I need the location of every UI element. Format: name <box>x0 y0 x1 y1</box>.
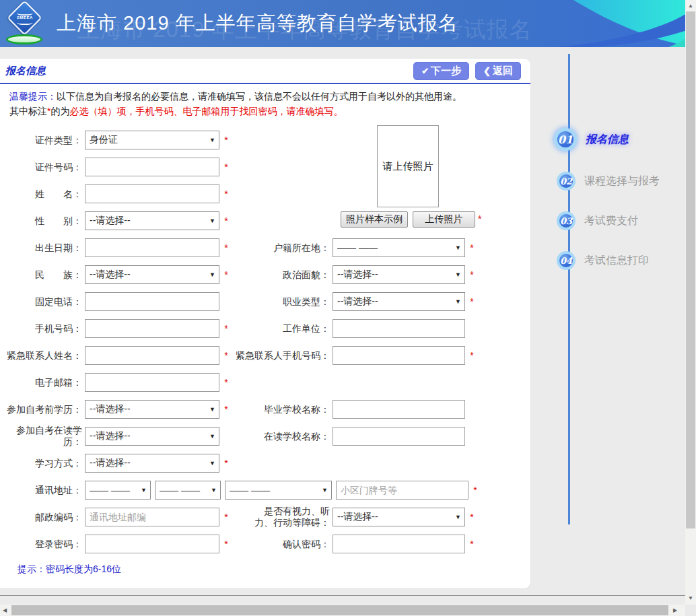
address-province-select[interactable]: —— —— ▼ <box>85 481 151 500</box>
politics-select[interactable]: --请选择-- ▼ <box>333 265 465 284</box>
household-label: 户籍所在地： <box>230 242 333 254</box>
required-asterisk: * <box>222 458 230 469</box>
current-school-input[interactable] <box>333 427 465 446</box>
upload-photo-button[interactable]: 上传照片 <box>413 211 475 228</box>
step-1-label: 报名信息 <box>586 133 629 147</box>
scroll-down-icon[interactable]: ▼ <box>685 595 696 601</box>
required-asterisk: * <box>222 350 230 361</box>
employer-input[interactable] <box>333 319 465 338</box>
photo-sample-button[interactable]: 照片样本示例 <box>341 211 408 228</box>
step-4-print-info[interactable]: 04 考试信息打印 <box>557 251 649 270</box>
dropdown-arrow-icon: ▼ <box>209 433 215 440</box>
step-2-course-selection[interactable]: 02 课程选择与报考 <box>557 172 660 191</box>
dropdown-arrow-icon: ▼ <box>211 487 217 493</box>
address-district-value: —— —— <box>230 485 320 495</box>
required-asterisk: * <box>222 242 230 253</box>
dropdown-arrow-icon: ▼ <box>455 298 461 305</box>
horizontal-scrollbar-thumb[interactable] <box>11 605 668 615</box>
logo-text: SMEEA <box>17 15 33 20</box>
landline-input[interactable] <box>85 292 219 311</box>
address-district-select[interactable]: —— —— ▼ <box>225 481 332 500</box>
required-asterisk: * <box>222 512 230 522</box>
dropdown-arrow-icon: ▼ <box>209 271 215 278</box>
birth-date-input[interactable] <box>85 238 219 257</box>
disability-select[interactable]: --请选择-- ▼ <box>333 508 465 526</box>
logo-green-ellipse <box>6 34 42 44</box>
emergency-name-input[interactable] <box>85 346 219 365</box>
confirm-password-label: 确认密码： <box>230 539 333 550</box>
birth-household-row: 出生日期： * 户籍所在地： —— —— ▼ * <box>0 234 530 261</box>
check-icon: ✔ <box>421 66 429 76</box>
required-asterisk: * <box>468 296 476 307</box>
panel-header: 报名信息 ✔ 下一步 ❮ 返回 <box>0 59 530 84</box>
current-school-label: 在读学校名称： <box>230 431 333 442</box>
back-button[interactable]: ❮ 返回 <box>475 62 521 80</box>
address-row: 通讯地址： —— —— ▼ —— —— ▼ —— —— ▼ * <box>0 477 530 504</box>
emergency-mobile-input[interactable] <box>333 346 465 365</box>
required-asterisk: * <box>222 323 230 334</box>
password-input[interactable] <box>85 535 219 553</box>
household-value: —— —— <box>337 242 453 253</box>
postcode-input[interactable] <box>85 508 219 526</box>
study-mode-value: --请选择-- <box>90 457 207 469</box>
notice-prefix: 温馨提示： <box>9 91 57 102</box>
name-input[interactable] <box>85 184 219 203</box>
address-label: 通讯地址： <box>0 485 85 496</box>
occupation-select[interactable]: --请选择-- ▼ <box>333 292 465 311</box>
occupation-label: 职业类型： <box>230 296 333 308</box>
pre-education-select[interactable]: --请选择-- ▼ <box>85 400 219 419</box>
email-input[interactable] <box>85 373 219 392</box>
current-education-select[interactable]: --请选择-- ▼ <box>85 427 219 446</box>
study-mode-select[interactable]: --请选择-- ▼ <box>85 454 219 473</box>
address-detail-input[interactable] <box>336 481 468 500</box>
cert-type-value: 身份证 <box>90 134 207 146</box>
grad-school-input[interactable] <box>333 400 465 419</box>
dropdown-arrow-icon: ▼ <box>209 406 215 413</box>
address-city-select[interactable]: —— —— ▼ <box>155 481 221 500</box>
notice-line2-red: 必选（填）项，手机号码、电子邮箱用于找回密码，请准确填写。 <box>69 106 343 116</box>
study-mode-row: 学习方式： --请选择-- ▼ * <box>0 450 530 477</box>
logo-swoosh-icon <box>17 20 33 25</box>
scroll-left-icon[interactable]: ◀ <box>3 607 7 613</box>
cert-type-label: 证件类型： <box>0 135 85 146</box>
step-1-registration-info[interactable]: 01 报名信息 <box>554 128 629 151</box>
postcode-label: 邮政编码： <box>0 512 85 523</box>
email-row: 电子邮箱： * <box>0 369 530 396</box>
step-3-fee-payment[interactable]: 03 考试费支付 <box>557 211 638 230</box>
mobile-input[interactable] <box>85 319 219 338</box>
emergency-name-label: 紧急联系人姓名： <box>0 350 85 362</box>
content-bottom-divider <box>0 595 685 596</box>
page-title: 上海市 2019 年上半年高等教育自学考试报名 <box>57 0 458 47</box>
cert-no-input[interactable] <box>85 158 219 176</box>
cert-type-row: 证件类型： 身份证 ▼ * <box>0 127 530 153</box>
horizontal-scrollbar[interactable]: ◀ ▶ <box>0 605 685 616</box>
step-2-label: 课程选择与报考 <box>584 174 660 189</box>
confirm-password-input[interactable] <box>333 535 465 553</box>
ethnic-select[interactable]: --请选择-- ▼ <box>85 265 219 284</box>
next-step-button[interactable]: ✔ 下一步 <box>413 62 469 80</box>
disability-label: 是否有视力、听 力、行动等障碍： <box>230 506 333 528</box>
landline-label: 固定电话： <box>0 296 85 308</box>
required-asterisk: * <box>468 512 476 522</box>
scrollbar-corner <box>685 605 696 616</box>
photo-upload-box[interactable]: 请上传照片 <box>377 125 439 207</box>
scroll-right-icon[interactable]: ▶ <box>673 607 677 613</box>
vertical-scrollbar[interactable]: ▲ ▼ <box>685 0 696 605</box>
steps-connector-line <box>568 54 570 524</box>
smeea-logo: SMEEA <box>5 3 44 45</box>
next-step-label: 下一步 <box>431 65 461 77</box>
dropdown-arrow-icon: ▼ <box>322 487 328 493</box>
disability-value: --请选择-- <box>337 511 453 523</box>
dropdown-arrow-icon: ▼ <box>455 514 461 520</box>
household-region-select[interactable]: —— —— ▼ <box>333 238 465 257</box>
logo-swoosh-icon <box>17 11 33 15</box>
grad-school-label: 毕业学校名称： <box>230 404 333 415</box>
password-hint: 提示：密码长度为6-16位 <box>18 563 530 576</box>
required-asterisk: * <box>222 539 230 549</box>
gender-select[interactable]: --请选择-- ▼ <box>85 211 219 230</box>
dropdown-arrow-icon: ▼ <box>209 137 215 143</box>
cert-type-select[interactable]: 身份证 ▼ <box>85 131 219 149</box>
vertical-scrollbar-thumb[interactable] <box>686 11 695 528</box>
required-asterisk: * <box>222 269 230 280</box>
scroll-up-icon[interactable]: ▲ <box>685 3 696 9</box>
